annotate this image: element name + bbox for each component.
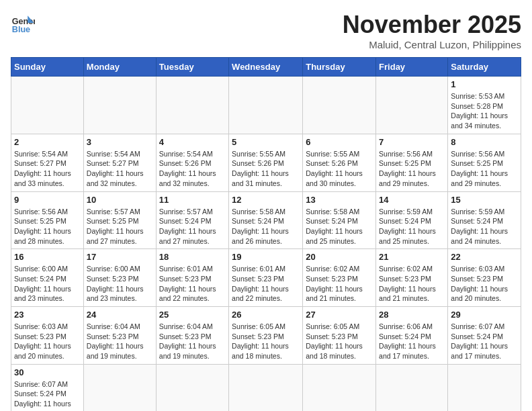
weekday-header-wednesday: Wednesday	[229, 58, 303, 77]
day-info: Sunrise: 6:01 AM Sunset: 5:23 PM Dayligh…	[232, 264, 300, 304]
day-info: Sunrise: 5:57 AM Sunset: 5:24 PM Dayligh…	[159, 207, 226, 246]
day-number: 18	[159, 252, 226, 262]
day-info: Sunrise: 5:56 AM Sunset: 5:25 PM Dayligh…	[451, 149, 518, 189]
week-row-5: 30Sunrise: 6:07 AM Sunset: 5:24 PM Dayli…	[11, 364, 521, 411]
day-cell: 30Sunrise: 6:07 AM Sunset: 5:24 PM Dayli…	[11, 364, 84, 411]
week-row-2: 9Sunrise: 5:56 AM Sunset: 5:25 PM Daylig…	[11, 191, 521, 249]
day-cell: 22Sunrise: 6:03 AM Sunset: 5:23 PM Dayli…	[448, 249, 521, 307]
day-number: 26	[232, 310, 300, 320]
weekday-header-saturday: Saturday	[448, 58, 521, 77]
day-number: 9	[14, 195, 81, 205]
day-info: Sunrise: 6:00 AM Sunset: 5:23 PM Dayligh…	[87, 264, 153, 304]
day-cell: 27Sunrise: 6:05 AM Sunset: 5:23 PM Dayli…	[303, 307, 376, 365]
day-cell	[11, 77, 84, 134]
day-cell	[376, 77, 448, 134]
page-container: General Blue November 2025 Maluid, Centr…	[11, 11, 521, 411]
day-number: 13	[306, 195, 373, 205]
day-cell	[229, 364, 303, 411]
day-cell: 13Sunrise: 5:58 AM Sunset: 5:24 PM Dayli…	[303, 191, 376, 249]
day-cell: 20Sunrise: 6:02 AM Sunset: 5:23 PM Dayli…	[303, 249, 376, 307]
day-cell: 10Sunrise: 5:57 AM Sunset: 5:25 PM Dayli…	[83, 191, 156, 249]
weekday-header-sunday: Sunday	[11, 58, 84, 77]
day-cell	[376, 364, 448, 411]
day-info: Sunrise: 6:07 AM Sunset: 5:24 PM Dayligh…	[14, 379, 81, 411]
day-cell: 29Sunrise: 6:07 AM Sunset: 5:24 PM Dayli…	[448, 307, 521, 365]
day-cell: 25Sunrise: 6:04 AM Sunset: 5:23 PM Dayli…	[156, 307, 228, 365]
day-cell: 14Sunrise: 5:59 AM Sunset: 5:24 PM Dayli…	[376, 191, 448, 249]
day-cell	[156, 77, 228, 134]
svg-text:Blue: Blue	[12, 25, 30, 34]
day-info: Sunrise: 6:03 AM Sunset: 5:23 PM Dayligh…	[14, 322, 81, 361]
day-cell: 2Sunrise: 5:54 AM Sunset: 5:27 PM Daylig…	[11, 134, 84, 191]
weekday-header-tuesday: Tuesday	[156, 58, 228, 77]
header: General Blue November 2025 Maluid, Centr…	[11, 11, 521, 50]
day-number: 30	[14, 367, 81, 377]
day-info: Sunrise: 6:02 AM Sunset: 5:23 PM Dayligh…	[306, 264, 373, 304]
day-info: Sunrise: 5:59 AM Sunset: 5:24 PM Dayligh…	[379, 207, 445, 246]
day-cell: 3Sunrise: 5:54 AM Sunset: 5:27 PM Daylig…	[83, 134, 156, 191]
day-info: Sunrise: 5:56 AM Sunset: 5:25 PM Dayligh…	[14, 207, 81, 246]
day-cell	[303, 364, 376, 411]
day-number: 1	[451, 79, 518, 89]
day-info: Sunrise: 5:54 AM Sunset: 5:26 PM Dayligh…	[159, 149, 226, 189]
day-cell	[229, 77, 303, 134]
day-number: 24	[87, 310, 153, 320]
weekday-header-row: SundayMondayTuesdayWednesdayThursdayFrid…	[11, 58, 521, 77]
day-number: 27	[306, 310, 373, 320]
day-number: 15	[451, 195, 518, 205]
day-number: 21	[379, 252, 445, 262]
day-cell: 7Sunrise: 5:56 AM Sunset: 5:25 PM Daylig…	[376, 134, 448, 191]
day-info: Sunrise: 5:53 AM Sunset: 5:28 PM Dayligh…	[451, 91, 518, 131]
day-info: Sunrise: 6:07 AM Sunset: 5:24 PM Dayligh…	[451, 322, 518, 361]
day-number: 16	[14, 252, 81, 262]
day-cell: 1Sunrise: 5:53 AM Sunset: 5:28 PM Daylig…	[448, 77, 521, 134]
day-number: 6	[306, 137, 373, 147]
day-cell	[156, 364, 228, 411]
day-cell: 24Sunrise: 6:04 AM Sunset: 5:23 PM Dayli…	[83, 307, 156, 365]
day-number: 19	[232, 252, 300, 262]
day-cell: 17Sunrise: 6:00 AM Sunset: 5:23 PM Dayli…	[83, 249, 156, 307]
day-cell: 21Sunrise: 6:02 AM Sunset: 5:23 PM Dayli…	[376, 249, 448, 307]
day-number: 29	[451, 310, 518, 320]
week-row-1: 2Sunrise: 5:54 AM Sunset: 5:27 PM Daylig…	[11, 134, 521, 191]
day-number: 3	[87, 137, 153, 147]
weekday-header-thursday: Thursday	[303, 58, 376, 77]
day-number: 22	[451, 252, 518, 262]
day-info: Sunrise: 5:59 AM Sunset: 5:24 PM Dayligh…	[451, 207, 518, 246]
day-number: 2	[14, 137, 81, 147]
day-cell: 26Sunrise: 6:05 AM Sunset: 5:23 PM Dayli…	[229, 307, 303, 365]
day-info: Sunrise: 5:54 AM Sunset: 5:27 PM Dayligh…	[87, 149, 153, 189]
day-info: Sunrise: 5:58 AM Sunset: 5:24 PM Dayligh…	[306, 207, 373, 246]
day-cell: 11Sunrise: 5:57 AM Sunset: 5:24 PM Dayli…	[156, 191, 228, 249]
day-cell: 28Sunrise: 6:06 AM Sunset: 5:24 PM Dayli…	[376, 307, 448, 365]
day-info: Sunrise: 6:02 AM Sunset: 5:23 PM Dayligh…	[379, 264, 445, 304]
calendar-table: SundayMondayTuesdayWednesdayThursdayFrid…	[11, 57, 521, 411]
weekday-header-monday: Monday	[83, 58, 156, 77]
day-info: Sunrise: 5:57 AM Sunset: 5:25 PM Dayligh…	[87, 207, 153, 246]
day-info: Sunrise: 6:05 AM Sunset: 5:23 PM Dayligh…	[306, 322, 373, 361]
day-cell: 4Sunrise: 5:54 AM Sunset: 5:26 PM Daylig…	[156, 134, 228, 191]
day-number: 4	[159, 137, 226, 147]
week-row-0: 1Sunrise: 5:53 AM Sunset: 5:28 PM Daylig…	[11, 77, 521, 134]
day-cell: 23Sunrise: 6:03 AM Sunset: 5:23 PM Dayli…	[11, 307, 84, 365]
day-cell: 12Sunrise: 5:58 AM Sunset: 5:24 PM Dayli…	[229, 191, 303, 249]
day-info: Sunrise: 5:56 AM Sunset: 5:25 PM Dayligh…	[379, 149, 445, 189]
day-cell: 18Sunrise: 6:01 AM Sunset: 5:23 PM Dayli…	[156, 249, 228, 307]
day-info: Sunrise: 6:05 AM Sunset: 5:23 PM Dayligh…	[232, 322, 300, 361]
day-cell	[83, 77, 156, 134]
day-info: Sunrise: 6:00 AM Sunset: 5:24 PM Dayligh…	[14, 264, 81, 304]
title-section: November 2025 Maluid, Central Luzon, Phi…	[343, 11, 521, 50]
day-info: Sunrise: 5:58 AM Sunset: 5:24 PM Dayligh…	[232, 207, 300, 246]
day-cell: 5Sunrise: 5:55 AM Sunset: 5:26 PM Daylig…	[229, 134, 303, 191]
day-number: 12	[232, 195, 300, 205]
day-cell: 9Sunrise: 5:56 AM Sunset: 5:25 PM Daylig…	[11, 191, 84, 249]
week-row-4: 23Sunrise: 6:03 AM Sunset: 5:23 PM Dayli…	[11, 307, 521, 365]
logo-icon: General Blue	[11, 11, 35, 35]
day-info: Sunrise: 5:54 AM Sunset: 5:27 PM Dayligh…	[14, 149, 81, 189]
day-number: 8	[451, 137, 518, 147]
day-info: Sunrise: 6:04 AM Sunset: 5:23 PM Dayligh…	[159, 322, 226, 361]
day-info: Sunrise: 5:55 AM Sunset: 5:26 PM Dayligh…	[306, 149, 373, 189]
logo: General Blue	[11, 11, 35, 35]
day-number: 14	[379, 195, 445, 205]
day-number: 11	[159, 195, 226, 205]
